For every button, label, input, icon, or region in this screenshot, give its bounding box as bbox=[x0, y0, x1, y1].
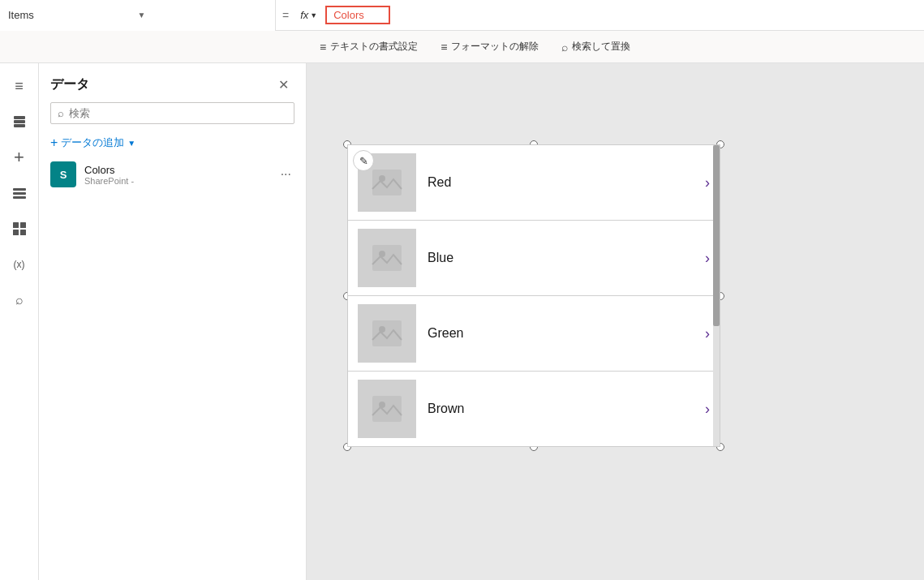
svg-rect-7 bbox=[20, 222, 26, 228]
search-icon-btn[interactable]: ⌕ bbox=[3, 284, 36, 316]
vars-icon-btn[interactable]: (x) bbox=[3, 248, 36, 281]
data-panel-close-button[interactable]: ✕ bbox=[272, 73, 294, 96]
add-data-button[interactable]: + データの追加 ▼ bbox=[39, 131, 306, 155]
row-2-label: Green bbox=[428, 326, 694, 341]
equals-sign: = bbox=[282, 9, 289, 22]
icon-strip: ≡ + (x) ⌕ bbox=[0, 63, 39, 580]
svg-rect-9 bbox=[20, 230, 26, 235]
row-1-label: Blue bbox=[428, 251, 694, 265]
gallery-row-3[interactable]: Brown › bbox=[348, 372, 720, 446]
row-1-chevron-icon: › bbox=[705, 250, 710, 267]
data-source-subtitle: SharePoint - bbox=[84, 176, 269, 186]
fx-label: fx bbox=[300, 9, 308, 21]
main-layout: ≡ + (x) ⌕ bbox=[0, 63, 924, 580]
remove-format-button[interactable]: ≡ フォーマットの解除 bbox=[429, 31, 550, 62]
text-format-label: テキストの書式設定 bbox=[330, 40, 418, 54]
row-0-label: Red bbox=[428, 175, 694, 190]
gallery-row-2[interactable]: Green › bbox=[348, 296, 720, 372]
top-bar: Items ▼ = fx ▼ Colors bbox=[0, 0, 924, 31]
find-replace-icon: ⌕ bbox=[561, 41, 568, 54]
add-data-chevron-icon: ▼ bbox=[127, 139, 135, 148]
row-2-image bbox=[358, 304, 416, 363]
gallery-row-0[interactable]: Red › bbox=[348, 145, 720, 221]
row-0-chevron-icon: › bbox=[705, 174, 710, 191]
formula-bar: = fx ▼ Colors bbox=[276, 0, 924, 31]
table-icon-btn[interactable] bbox=[3, 213, 36, 245]
find-replace-button[interactable]: ⌕ 検索して置換 bbox=[550, 31, 642, 62]
data-source-name: Colors bbox=[84, 164, 269, 176]
search-box[interactable]: ⌕ bbox=[50, 102, 294, 124]
add-data-label: データの追加 bbox=[61, 135, 124, 150]
text-format-button[interactable]: ≡ テキストの書式設定 bbox=[308, 31, 429, 62]
data-panel-header: データ ✕ bbox=[39, 63, 306, 102]
svg-rect-8 bbox=[13, 230, 19, 235]
add-data-plus-icon: + bbox=[50, 135, 58, 150]
items-dropdown[interactable]: Items ▼ bbox=[0, 0, 276, 31]
find-replace-label: 検索して置換 bbox=[572, 40, 630, 54]
svg-rect-5 bbox=[13, 196, 26, 199]
svg-rect-1 bbox=[14, 120, 25, 123]
toolbar: ≡ テキストの書式設定 ≡ フォーマットの解除 ⌕ 検索して置換 bbox=[0, 31, 924, 63]
edit-icon[interactable]: ✎ bbox=[353, 150, 374, 171]
data-source-more-button[interactable]: ··· bbox=[277, 164, 294, 185]
dropdown-label: Items bbox=[8, 9, 138, 21]
fx-button[interactable]: fx ▼ bbox=[295, 7, 322, 23]
svg-rect-2 bbox=[14, 124, 25, 127]
formula-value[interactable]: Colors bbox=[325, 6, 390, 24]
remove-format-label: フォーマットの解除 bbox=[451, 40, 539, 54]
svg-rect-3 bbox=[13, 188, 26, 191]
scrollbar-thumb[interactable] bbox=[713, 145, 720, 326]
search-input[interactable] bbox=[69, 107, 287, 119]
row-1-image bbox=[358, 229, 416, 287]
svg-rect-4 bbox=[13, 192, 26, 195]
data-source-item[interactable]: S Colors SharePoint - ··· bbox=[39, 155, 306, 194]
text-format-icon: ≡ bbox=[320, 41, 326, 54]
gallery-widget: ✎ Red › bbox=[347, 144, 720, 447]
fx-chevron-icon: ▼ bbox=[310, 11, 317, 19]
data-source-info: Colors SharePoint - bbox=[84, 164, 269, 186]
svg-rect-6 bbox=[13, 222, 19, 228]
data-panel: データ ✕ ⌕ + データの追加 ▼ S Colors SharePoint -… bbox=[39, 63, 307, 580]
row-3-chevron-icon: › bbox=[705, 401, 710, 418]
row-3-label: Brown bbox=[428, 402, 694, 416]
add-icon-btn[interactable]: + bbox=[3, 141, 36, 174]
menu-icon-btn[interactable]: ≡ bbox=[3, 70, 36, 102]
layers-icon-btn[interactable] bbox=[3, 105, 36, 138]
data-icon-btn[interactable] bbox=[3, 177, 36, 209]
remove-format-icon: ≡ bbox=[441, 41, 447, 54]
row-3-image bbox=[358, 380, 416, 438]
ds-icon-text: S bbox=[60, 169, 67, 181]
search-icon: ⌕ bbox=[58, 107, 64, 119]
scrollbar-track bbox=[713, 145, 720, 446]
row-2-chevron-icon: › bbox=[705, 325, 710, 342]
dropdown-chevron-icon: ▼ bbox=[138, 11, 268, 19]
gallery-row-1[interactable]: Blue › bbox=[348, 221, 720, 296]
gallery-widget-container: ✎ Red › bbox=[347, 144, 720, 447]
data-source-icon: S bbox=[50, 161, 76, 187]
canvas-area: ✎ Red › bbox=[307, 63, 924, 580]
svg-rect-0 bbox=[14, 116, 25, 119]
data-panel-title: データ bbox=[50, 76, 89, 93]
